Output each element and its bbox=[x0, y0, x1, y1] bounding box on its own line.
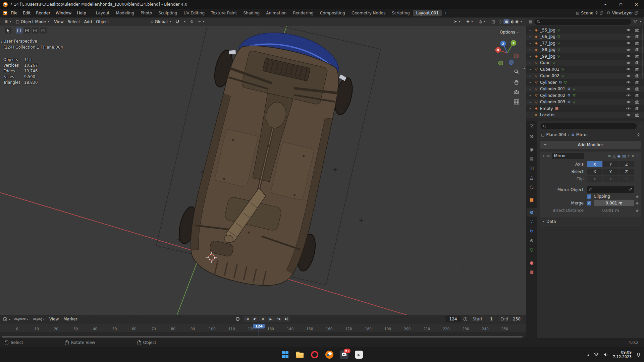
outliner-row[interactable]: _55_jpg bbox=[526, 27, 644, 34]
workspace-tab[interactable]: Layout.001 bbox=[413, 10, 442, 16]
properties-tab[interactable] bbox=[527, 183, 537, 191]
tweak-tool-button[interactable] bbox=[5, 27, 11, 34]
opera-button[interactable] bbox=[310, 350, 319, 359]
navigation-gizmo[interactable]: X Y Z bbox=[493, 38, 521, 66]
jump-to-start-button[interactable]: |◀ bbox=[244, 316, 251, 322]
xray-toggle[interactable]: ◫ bbox=[489, 19, 497, 24]
disable-in-render-camera-icon[interactable] bbox=[633, 74, 641, 77]
properties-tab[interactable] bbox=[527, 218, 537, 226]
outliner-row[interactable]: Cylinder.001 bbox=[526, 86, 644, 93]
bisect-distance-field[interactable]: 0.001 m bbox=[587, 207, 634, 214]
menu-item[interactable]: Edit bbox=[20, 10, 33, 16]
properties-tab[interactable] bbox=[527, 195, 537, 204]
properties-tab[interactable] bbox=[527, 236, 537, 245]
properties-editor-icon[interactable] bbox=[530, 124, 534, 128]
frame-start-field[interactable]: Start1 bbox=[470, 316, 495, 322]
hide-in-viewport-eye-icon[interactable] bbox=[625, 42, 632, 45]
outliner-search-input[interactable] bbox=[534, 19, 631, 25]
hide-in-viewport-eye-icon[interactable] bbox=[625, 114, 632, 117]
object-name[interactable]: Cube.001 bbox=[540, 67, 559, 72]
filter-funnel-icon[interactable] bbox=[633, 20, 637, 23]
object-name[interactable]: Cylinder.001 bbox=[540, 86, 565, 91]
pan-hand-icon[interactable] bbox=[514, 79, 519, 85]
animate-dot[interactable]: ● bbox=[636, 209, 639, 212]
shading-material-button[interactable]: ◐ bbox=[511, 19, 514, 24]
timeline-editor-icon[interactable] bbox=[3, 317, 7, 321]
play-reverse-button[interactable]: ◀ bbox=[259, 316, 266, 322]
jump-to-end-button[interactable]: ▶| bbox=[283, 316, 290, 322]
object-name[interactable]: _88_jpg bbox=[540, 47, 555, 52]
disable-in-render-camera-icon[interactable] bbox=[633, 48, 641, 51]
properties-tab[interactable] bbox=[527, 155, 537, 163]
frame-end-field[interactable]: End250 bbox=[498, 316, 523, 322]
breadcrumb-object[interactable]: Plane.004 bbox=[546, 132, 566, 137]
hide-in-viewport-eye-icon[interactable] bbox=[625, 28, 632, 32]
flip-y-button[interactable]: Y bbox=[603, 176, 618, 182]
properties-tab[interactable] bbox=[527, 145, 537, 154]
merge-threshold-field[interactable]: 0.001 m bbox=[594, 200, 634, 206]
menu-item[interactable]: File bbox=[8, 10, 20, 16]
workspace-tab[interactable]: Shading bbox=[240, 10, 263, 16]
pin-icon[interactable] bbox=[595, 11, 598, 15]
viewport-menu-item[interactable]: View bbox=[52, 19, 65, 25]
expand-arrow-icon[interactable] bbox=[528, 61, 532, 64]
hide-in-viewport-eye-icon[interactable] bbox=[625, 48, 632, 51]
modifier-extras-dropdown[interactable]: ▾ bbox=[628, 155, 630, 158]
scene-selector[interactable]: ▤ Scene bbox=[576, 11, 603, 15]
axis-y-button[interactable]: Y bbox=[603, 161, 618, 167]
expand-arrow-icon[interactable] bbox=[528, 94, 532, 97]
workspace-tab[interactable]: Animation bbox=[263, 10, 289, 16]
object-name[interactable]: _77_jpg bbox=[540, 41, 555, 46]
shading-rendered-button[interactable]: ◉ bbox=[515, 19, 519, 24]
timeline-menu-item[interactable]: View bbox=[47, 316, 61, 322]
remove-modifier-button[interactable]: × bbox=[631, 154, 635, 158]
timeline-menu-item[interactable]: Playback bbox=[11, 317, 30, 321]
disable-in-render-camera-icon[interactable] bbox=[633, 68, 641, 71]
menu-item[interactable]: Help bbox=[74, 10, 89, 16]
render-toggle[interactable]: ▤ bbox=[622, 154, 626, 158]
expand-arrow-icon[interactable] bbox=[528, 107, 532, 110]
editor-type-dropdown[interactable]: ⊞▾ bbox=[3, 19, 13, 24]
axis-z-button[interactable]: Z bbox=[619, 161, 634, 167]
object-name[interactable]: Cube bbox=[540, 60, 550, 65]
outliner-row[interactable]: Locator bbox=[526, 112, 644, 119]
disable-in-render-camera-icon[interactable] bbox=[633, 87, 641, 90]
outliner-row[interactable]: _66_jpg bbox=[526, 34, 644, 40]
bisect-x-button[interactable]: X bbox=[587, 169, 602, 175]
select-mode-new-button[interactable] bbox=[16, 27, 22, 34]
disable-in-render-camera-icon[interactable] bbox=[633, 61, 641, 64]
toolbar-expand-arrow[interactable]: ▸ bbox=[1, 40, 3, 44]
timeline-menu-item[interactable]: Keying bbox=[31, 317, 47, 321]
outliner-row[interactable]: Cylinder bbox=[526, 79, 644, 86]
workspace-tab[interactable]: Rendering bbox=[290, 10, 316, 16]
blender-menu-icon[interactable] bbox=[3, 11, 7, 15]
select-mode-intersect-button[interactable]: ∩ bbox=[40, 27, 47, 34]
notifications-bell-icon[interactable] bbox=[636, 353, 641, 357]
ortho-grid-icon[interactable] bbox=[514, 99, 519, 105]
expand-arrow-icon[interactable] bbox=[528, 87, 532, 90]
overlays-dropdown[interactable]: ◎▾ bbox=[477, 19, 488, 24]
media-app-button[interactable]: ▶ bbox=[354, 350, 364, 359]
maximize-button[interactable]: □ bbox=[613, 0, 629, 9]
properties-tab[interactable] bbox=[527, 268, 537, 276]
outliner-filter-dropdown[interactable]: ▾ bbox=[640, 20, 641, 23]
outliner-row[interactable]: Cylinder.002 bbox=[526, 92, 644, 99]
object-name[interactable]: Cube.002 bbox=[540, 73, 559, 78]
volume-icon[interactable] bbox=[603, 353, 608, 357]
bisect-z-button[interactable]: Z bbox=[619, 169, 634, 175]
outliner-row[interactable]: Cylinder.003 bbox=[526, 99, 644, 106]
clock[interactable]: 09:09 7.12.2023 bbox=[613, 350, 632, 359]
disable-in-render-camera-icon[interactable] bbox=[633, 42, 641, 45]
workspace-tab[interactable]: Scripting bbox=[389, 10, 413, 16]
outliner-row[interactable]: Cube.001 bbox=[526, 66, 644, 73]
disable-in-render-camera-icon[interactable] bbox=[633, 94, 641, 97]
outliner-row[interactable]: Cube bbox=[526, 60, 644, 66]
disable-in-render-camera-icon[interactable] bbox=[633, 81, 641, 84]
outliner-row[interactable]: _99_jpg bbox=[526, 53, 644, 60]
new-viewlayer-icon[interactable] bbox=[635, 11, 638, 15]
workspace-tab[interactable]: UV Editing bbox=[180, 10, 208, 16]
data-subpanel-header[interactable]: ▸ Data bbox=[540, 218, 641, 225]
expand-arrow-icon[interactable] bbox=[528, 48, 532, 51]
menu-item[interactable]: Window bbox=[53, 10, 74, 16]
blender-app-button[interactable] bbox=[325, 350, 334, 359]
